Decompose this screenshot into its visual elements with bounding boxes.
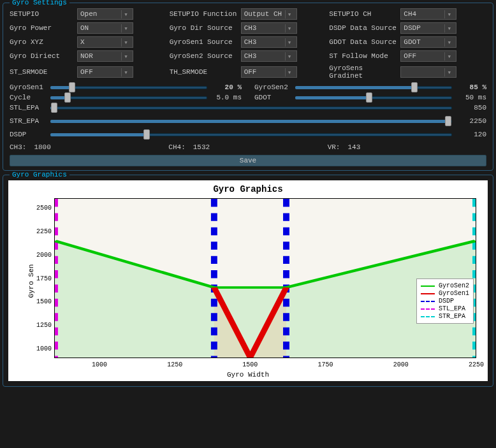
legend-item: GyroSen2: [421, 282, 469, 289]
dropdown[interactable]: Output CH▾: [241, 8, 297, 20]
field-label: GDOT Data Source: [329, 38, 400, 46]
chevron-down-icon: ▾: [121, 68, 130, 76]
field-label: GyroSen2 Source: [170, 52, 241, 60]
chevron-down-icon: ▾: [121, 24, 130, 33]
dropdown[interactable]: OFF▾: [400, 50, 456, 62]
chevron-down-icon: ▾: [444, 38, 453, 47]
str_epa-label: STR_EPA: [10, 117, 45, 125]
dropdown[interactable]: NOR▾: [77, 50, 133, 62]
ch3-value: 1800: [34, 143, 50, 151]
dropdown[interactable]: DSDP▾: [400, 22, 456, 34]
cycle-slider[interactable]: [50, 92, 207, 103]
settings-row: Gyro PowerON▾Gyro Dir SourceCH3▾DSDP Dat…: [10, 22, 486, 34]
dropdown[interactable]: Open▾: [77, 8, 133, 20]
x-tick: 2250: [469, 361, 484, 368]
legend-item: GyroSen1: [421, 290, 469, 297]
dsdp-slider[interactable]: [50, 129, 452, 140]
dropdown[interactable]: X▾: [77, 36, 133, 48]
field-label: TH_SRMODE: [170, 68, 241, 76]
str_epa-value: 2250: [457, 117, 486, 125]
dropdown-value: CH3: [244, 38, 257, 46]
field-label: Gyro Dir Source: [170, 24, 241, 32]
dropdown-value: CH3: [244, 52, 257, 60]
save-button[interactable]: Save: [10, 155, 486, 166]
y-tick: 2250: [33, 228, 52, 235]
field-label: GyroSen1 Source: [170, 38, 241, 46]
dropdown[interactable]: ▾: [400, 66, 456, 78]
field-label: ST_SRMODE: [10, 68, 77, 76]
field-label: ST Follow Mode: [329, 52, 400, 60]
field-label: SETUPIO Function: [170, 10, 241, 18]
field-label: SETUPIO: [10, 10, 77, 18]
gyrosen2-value: 85 %: [457, 83, 486, 91]
chart-plot: [54, 198, 476, 358]
legend-item: STL_EPA: [421, 305, 469, 312]
dropdown[interactable]: CH3▾: [241, 50, 297, 62]
ch4-value: 1532: [193, 143, 210, 151]
gdot-slider[interactable]: [295, 92, 452, 103]
dropdown[interactable]: GDOT▾: [400, 36, 456, 48]
legend-label: DSDP: [439, 298, 454, 305]
dropdown-value: NOR: [80, 52, 93, 60]
field-label: Gyro XYZ: [10, 38, 77, 46]
gdot-label: GDOT: [254, 94, 290, 101]
cycle-label: Cycle: [10, 94, 45, 101]
dropdown[interactable]: CH3▾: [241, 36, 297, 48]
legend-swatch: [421, 301, 435, 302]
y-tick: 1000: [33, 345, 52, 352]
gyrosen2-slider[interactable]: [295, 82, 452, 92]
field-label: SETUPIO CH: [329, 10, 400, 18]
vr-label: VR:: [328, 143, 340, 151]
legend-label: GyroSen1: [439, 290, 469, 297]
field-label: Gyro Power: [10, 24, 77, 32]
dropdown[interactable]: OFF▾: [77, 66, 133, 78]
dropdown[interactable]: ON▾: [77, 22, 133, 34]
stl_epa-slider[interactable]: [50, 103, 452, 113]
gyro-graphics-panel: Gyro Graphics Gyro Graphics Gyro Sen Gyr…: [3, 175, 493, 387]
chevron-down-icon: ▾: [285, 68, 294, 76]
legend-label: STR_EPA: [439, 313, 465, 320]
chevron-down-icon: ▾: [444, 24, 453, 33]
gyro-settings-panel: Gyro Settings SETUPIOOpen▾SETUPIO Functi…: [3, 3, 493, 171]
gyrosen1-slider[interactable]: [50, 82, 207, 92]
settings-row: Gyro XYZX▾GyroSen1 SourceCH3▾GDOT Data S…: [10, 36, 486, 48]
dsdp-value: 120: [457, 131, 486, 138]
legend-swatch: [421, 293, 435, 294]
y-tick: 1750: [33, 275, 52, 282]
chevron-down-icon: ▾: [121, 52, 130, 61]
dropdown-value: Output CH: [244, 10, 282, 18]
settings-row: SETUPIOOpen▾SETUPIO FunctionOutput CH▾SE…: [10, 8, 486, 20]
field-label: Gyro Diriect: [10, 52, 77, 60]
vr-value: 143: [347, 143, 360, 151]
chart-xlabel: Gyro Width: [8, 371, 488, 379]
field-label: GyroSens Gradinet: [329, 64, 400, 80]
legend-swatch: [421, 285, 435, 287]
chart-legend: GyroSen2GyroSen1DSDPSTL_EPASTR_EPA: [416, 278, 474, 324]
y-tick: 1500: [33, 298, 52, 305]
x-tick: 1500: [242, 361, 258, 368]
chart-title: Gyro Graphics: [8, 184, 488, 194]
legend-swatch: [421, 308, 435, 310]
y-tick: 2500: [33, 204, 52, 211]
dropdown-value: OFF: [80, 68, 93, 76]
y-tick: 2000: [33, 251, 52, 258]
dropdown-value: CH4: [404, 10, 416, 18]
dropdown-value: GDOT: [404, 38, 420, 46]
dropdown[interactable]: CH3▾: [241, 22, 297, 34]
status-row: CH3: 1800 CH4: 1532 VR: 143: [10, 143, 486, 151]
dropdown-value: X: [80, 38, 85, 46]
legend-swatch: [421, 316, 435, 317]
field-label: DSDP Data Source: [329, 24, 400, 32]
gyrosen2-label: GyroSen2: [254, 83, 290, 91]
ch4-label: CH4:: [168, 143, 185, 151]
chevron-down-icon: ▾: [121, 38, 130, 47]
chevron-down-icon: ▾: [444, 68, 453, 76]
dropdown-value: CH3: [244, 24, 257, 32]
cycle-value: 5.0 ms: [212, 94, 242, 101]
dropdown[interactable]: CH4▾: [400, 8, 456, 20]
dropdown[interactable]: OFF▾: [241, 66, 297, 78]
gyro-settings-title: Gyro Settings: [10, 0, 69, 6]
settings-row: Gyro DiriectNOR▾GyroSen2 SourceCH3▾ST Fo…: [10, 50, 486, 62]
chevron-down-icon: ▾: [121, 10, 130, 18]
str_epa-slider[interactable]: [50, 116, 452, 126]
